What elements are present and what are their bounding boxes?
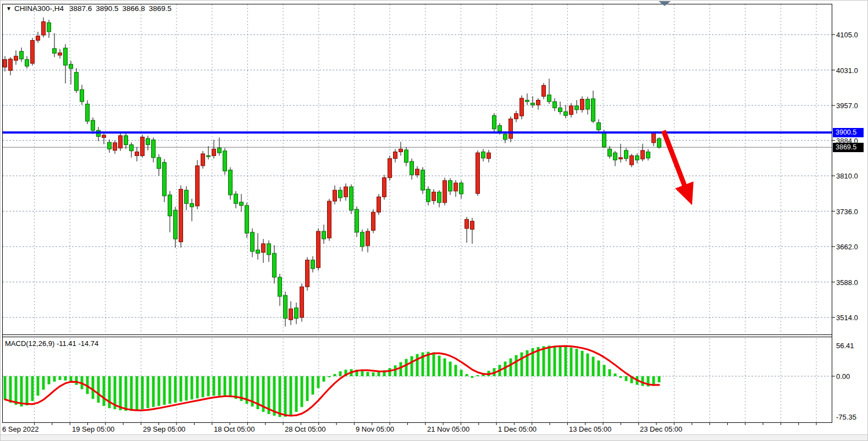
time-axis-label: 21 Nov 05:00 <box>427 425 469 433</box>
trading-terminal-window: ▼CHINA300-,H43887.63890.53866.83869.5 MA… <box>0 0 868 441</box>
price-axis-label: 3736.0 <box>836 207 858 215</box>
symbol-timeframe-label: CHINA300-,H4 <box>14 4 64 13</box>
price-axis-label: 3588.0 <box>836 278 858 286</box>
ohlc-close: 3869.5 <box>149 4 172 13</box>
ohlc-open: 3887.6 <box>69 4 92 13</box>
time-axis-label: 19 Sep 05:00 <box>72 425 114 433</box>
scroll-to-end-icon[interactable] <box>659 1 671 6</box>
price-axis-label: 3662.0 <box>836 243 858 251</box>
bottom-scroll-strip[interactable] <box>1 434 868 441</box>
time-axis-label: 29 Sep 05:00 <box>143 425 185 433</box>
ohlc-high: 3890.5 <box>96 4 118 13</box>
current-price-tag: 3869.5 <box>833 143 864 152</box>
price-axis-label: 4031.0 <box>836 66 858 74</box>
hline-price-tag: 3900.5 <box>833 128 864 137</box>
price-axis-label: 3810.0 <box>836 172 858 180</box>
time-axis-label: 18 Oct 05:00 <box>214 425 255 433</box>
macd-axis-label: -75.35 <box>836 413 856 421</box>
price-axis-label: 4105.0 <box>836 31 858 39</box>
symbol-dropdown-icon[interactable]: ▼ <box>6 5 12 12</box>
time-axis-label: 6 Sep 2022 <box>2 425 39 433</box>
ohlc-low: 3866.8 <box>123 4 145 13</box>
chart-canvas[interactable] <box>1 1 868 441</box>
macd-axis-label: 56.41 <box>836 342 854 350</box>
price-axis-label: 3514.0 <box>836 314 858 322</box>
time-axis-label: 28 Oct 05:00 <box>285 425 325 433</box>
time-axis-label: 23 Dec 05:00 <box>640 425 682 433</box>
price-axis-label: 3957.0 <box>836 102 858 110</box>
macd-indicator-label: MACD(12,26,9) -11.41 -14.74 <box>5 339 98 348</box>
time-axis-label: 1 Dec 05:00 <box>498 425 537 433</box>
time-axis-label: 13 Dec 05:00 <box>569 425 611 433</box>
chart-title: ▼CHINA300-,H43887.63890.53866.83869.5 <box>6 4 172 13</box>
macd-axis-label: 0.00 <box>836 372 850 381</box>
time-axis-label: 9 Nov 05:00 <box>356 425 394 433</box>
